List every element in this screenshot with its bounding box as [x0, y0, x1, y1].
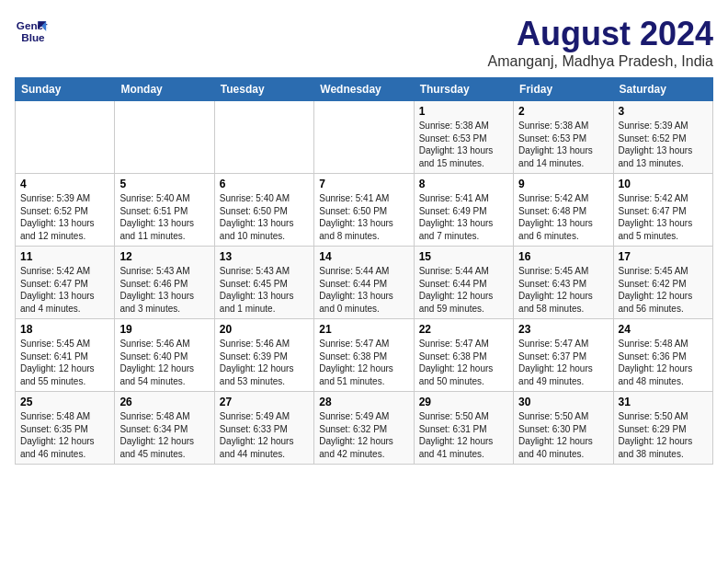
- day-number: 2: [518, 105, 608, 118]
- day-cell: 18Sunrise: 5:45 AM Sunset: 6:41 PM Dayli…: [16, 319, 115, 392]
- day-number: 20: [220, 323, 309, 336]
- day-cell: 29Sunrise: 5:50 AM Sunset: 6:31 PM Dayli…: [414, 392, 513, 465]
- day-info: Sunrise: 5:49 AM Sunset: 6:33 PM Dayligh…: [220, 410, 309, 460]
- day-info: Sunrise: 5:38 AM Sunset: 6:53 PM Dayligh…: [419, 120, 508, 169]
- day-info: Sunrise: 5:45 AM Sunset: 6:43 PM Dayligh…: [518, 265, 608, 315]
- day-info: Sunrise: 5:41 AM Sunset: 6:49 PM Dayligh…: [419, 192, 508, 242]
- day-number: 6: [220, 178, 309, 190]
- day-cell: 21Sunrise: 5:47 AM Sunset: 6:38 PM Dayli…: [314, 319, 414, 392]
- day-info: Sunrise: 5:47 AM Sunset: 6:37 PM Dayligh…: [518, 338, 608, 387]
- week-row-5: 25Sunrise: 5:48 AM Sunset: 6:35 PM Dayli…: [16, 392, 713, 465]
- day-cell: [314, 101, 414, 174]
- day-cell: 12Sunrise: 5:43 AM Sunset: 6:46 PM Dayli…: [115, 247, 214, 319]
- header: General Blue August 2024 Amanganj, Madhy…: [15, 15, 713, 70]
- day-info: Sunrise: 5:43 AM Sunset: 6:45 PM Dayligh…: [220, 265, 309, 315]
- day-info: Sunrise: 5:49 AM Sunset: 6:32 PM Dayligh…: [319, 410, 408, 460]
- day-cell: 6Sunrise: 5:40 AM Sunset: 6:50 PM Daylig…: [214, 174, 313, 247]
- week-row-1: 1Sunrise: 5:38 AM Sunset: 6:53 PM Daylig…: [16, 101, 713, 174]
- day-number: 12: [119, 250, 209, 263]
- day-info: Sunrise: 5:46 AM Sunset: 6:39 PM Dayligh…: [220, 338, 309, 387]
- day-number: 14: [319, 250, 408, 263]
- header-row: SundayMondayTuesdayWednesdayThursdayFrid…: [16, 78, 713, 101]
- day-info: Sunrise: 5:48 AM Sunset: 6:34 PM Dayligh…: [119, 410, 209, 460]
- day-cell: 3Sunrise: 5:39 AM Sunset: 6:52 PM Daylig…: [613, 101, 712, 174]
- day-header-saturday: Saturday: [613, 78, 712, 101]
- day-info: Sunrise: 5:50 AM Sunset: 6:31 PM Dayligh…: [419, 410, 508, 460]
- day-info: Sunrise: 5:48 AM Sunset: 6:36 PM Dayligh…: [619, 338, 708, 387]
- day-info: Sunrise: 5:50 AM Sunset: 6:29 PM Dayligh…: [619, 410, 708, 460]
- day-header-wednesday: Wednesday: [314, 78, 414, 101]
- day-cell: 5Sunrise: 5:40 AM Sunset: 6:51 PM Daylig…: [115, 174, 214, 247]
- day-number: 16: [518, 250, 608, 263]
- day-cell: [16, 101, 115, 174]
- day-cell: 2Sunrise: 5:38 AM Sunset: 6:53 PM Daylig…: [514, 101, 613, 174]
- day-number: 5: [119, 178, 209, 190]
- day-info: Sunrise: 5:42 AM Sunset: 6:47 PM Dayligh…: [20, 265, 109, 315]
- day-cell: 20Sunrise: 5:46 AM Sunset: 6:39 PM Dayli…: [214, 319, 313, 392]
- day-cell: 23Sunrise: 5:47 AM Sunset: 6:37 PM Dayli…: [514, 319, 613, 392]
- svg-text:Blue: Blue: [21, 31, 45, 43]
- day-number: 3: [619, 105, 708, 118]
- day-cell: 13Sunrise: 5:43 AM Sunset: 6:45 PM Dayli…: [214, 247, 313, 319]
- day-number: 21: [319, 323, 408, 336]
- week-row-2: 4Sunrise: 5:39 AM Sunset: 6:52 PM Daylig…: [16, 174, 713, 247]
- day-number: 9: [518, 178, 608, 190]
- day-info: Sunrise: 5:40 AM Sunset: 6:51 PM Dayligh…: [119, 192, 209, 242]
- day-cell: 31Sunrise: 5:50 AM Sunset: 6:29 PM Dayli…: [613, 392, 712, 465]
- day-info: Sunrise: 5:44 AM Sunset: 6:44 PM Dayligh…: [419, 265, 508, 315]
- day-cell: 27Sunrise: 5:49 AM Sunset: 6:33 PM Dayli…: [214, 392, 313, 465]
- day-cell: 1Sunrise: 5:38 AM Sunset: 6:53 PM Daylig…: [414, 101, 513, 174]
- day-cell: 11Sunrise: 5:42 AM Sunset: 6:47 PM Dayli…: [16, 247, 115, 319]
- day-info: Sunrise: 5:40 AM Sunset: 6:50 PM Dayligh…: [220, 192, 309, 242]
- day-info: Sunrise: 5:39 AM Sunset: 6:52 PM Dayligh…: [619, 120, 708, 169]
- day-info: Sunrise: 5:46 AM Sunset: 6:40 PM Dayligh…: [119, 338, 209, 387]
- day-number: 17: [619, 250, 708, 263]
- day-info: Sunrise: 5:45 AM Sunset: 6:41 PM Dayligh…: [20, 338, 109, 387]
- day-cell: 17Sunrise: 5:45 AM Sunset: 6:42 PM Dayli…: [613, 247, 712, 319]
- day-info: Sunrise: 5:47 AM Sunset: 6:38 PM Dayligh…: [419, 338, 508, 387]
- day-info: Sunrise: 5:42 AM Sunset: 6:48 PM Dayligh…: [518, 192, 608, 242]
- week-row-3: 11Sunrise: 5:42 AM Sunset: 6:47 PM Dayli…: [16, 247, 713, 319]
- day-cell: 24Sunrise: 5:48 AM Sunset: 6:36 PM Dayli…: [613, 319, 712, 392]
- day-info: Sunrise: 5:41 AM Sunset: 6:50 PM Dayligh…: [319, 192, 408, 242]
- day-number: 24: [619, 323, 708, 336]
- day-info: Sunrise: 5:42 AM Sunset: 6:47 PM Dayligh…: [619, 192, 708, 242]
- title-area: August 2024 Amanganj, Madhya Pradesh, In…: [488, 15, 713, 70]
- day-number: 26: [119, 396, 209, 408]
- day-number: 19: [119, 323, 209, 336]
- day-number: 15: [419, 250, 508, 263]
- day-number: 31: [619, 396, 708, 408]
- day-header-sunday: Sunday: [16, 78, 115, 101]
- calendar-table: SundayMondayTuesdayWednesdayThursdayFrid…: [15, 77, 713, 465]
- day-cell: 4Sunrise: 5:39 AM Sunset: 6:52 PM Daylig…: [16, 174, 115, 247]
- day-cell: 10Sunrise: 5:42 AM Sunset: 6:47 PM Dayli…: [613, 174, 712, 247]
- day-info: Sunrise: 5:45 AM Sunset: 6:42 PM Dayligh…: [619, 265, 708, 315]
- day-cell: 26Sunrise: 5:48 AM Sunset: 6:34 PM Dayli…: [115, 392, 214, 465]
- day-cell: 25Sunrise: 5:48 AM Sunset: 6:35 PM Dayli…: [16, 392, 115, 465]
- day-cell: 16Sunrise: 5:45 AM Sunset: 6:43 PM Dayli…: [514, 247, 613, 319]
- day-info: Sunrise: 5:43 AM Sunset: 6:46 PM Dayligh…: [119, 265, 209, 315]
- logo: General Blue: [15, 15, 48, 48]
- day-info: Sunrise: 5:44 AM Sunset: 6:44 PM Dayligh…: [319, 265, 408, 315]
- day-number: 27: [220, 396, 309, 408]
- day-cell: 7Sunrise: 5:41 AM Sunset: 6:50 PM Daylig…: [314, 174, 414, 247]
- day-cell: 9Sunrise: 5:42 AM Sunset: 6:48 PM Daylig…: [514, 174, 613, 247]
- day-number: 4: [20, 178, 109, 190]
- day-header-tuesday: Tuesday: [214, 78, 313, 101]
- day-number: 28: [319, 396, 408, 408]
- day-cell: [214, 101, 313, 174]
- day-header-monday: Monday: [115, 78, 214, 101]
- day-cell: 30Sunrise: 5:50 AM Sunset: 6:30 PM Dayli…: [514, 392, 613, 465]
- day-number: 29: [419, 396, 508, 408]
- day-cell: 28Sunrise: 5:49 AM Sunset: 6:32 PM Dayli…: [314, 392, 414, 465]
- day-number: 23: [518, 323, 608, 336]
- day-number: 10: [619, 178, 708, 190]
- day-info: Sunrise: 5:48 AM Sunset: 6:35 PM Dayligh…: [20, 410, 109, 460]
- day-cell: 15Sunrise: 5:44 AM Sunset: 6:44 PM Dayli…: [414, 247, 513, 319]
- day-number: 22: [419, 323, 508, 336]
- day-number: 18: [20, 323, 109, 336]
- day-number: 7: [319, 178, 408, 190]
- day-header-friday: Friday: [514, 78, 613, 101]
- day-number: 1: [419, 105, 508, 118]
- logo-icon: General Blue: [15, 15, 48, 48]
